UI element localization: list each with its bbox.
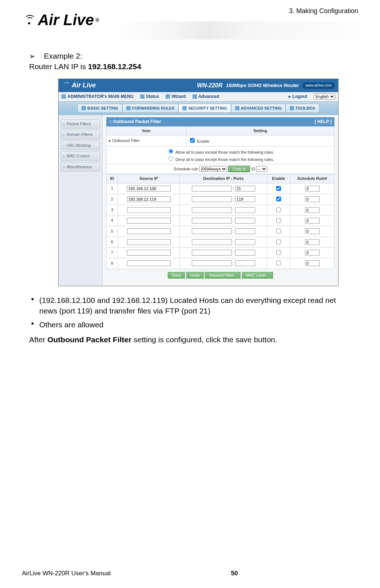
- dest-ip-input[interactable]: [192, 218, 232, 224]
- radio-deny[interactable]: [169, 156, 173, 161]
- outbound-filter-label: ▸ Outbound Filter: [107, 135, 186, 146]
- row-enable-checkbox[interactable]: [276, 208, 281, 212]
- menu-logout-label: Logout: [292, 94, 307, 100]
- row-id: 7: [107, 248, 118, 258]
- row-enable-checkbox[interactable]: [276, 197, 281, 201]
- tab-forwarding-rules[interactable]: FORWARDING RULES: [122, 104, 179, 113]
- menu-wizard-label: Wizard: [171, 94, 186, 100]
- router-brand-text: Air Live: [72, 81, 96, 90]
- table-row: 2 :: [107, 194, 335, 205]
- row-enable-checkbox[interactable]: [276, 261, 281, 265]
- radio-deny-label: Deny all to pass except those match the …: [175, 157, 274, 162]
- status-icon: [140, 94, 145, 99]
- row-id: 8: [107, 258, 118, 269]
- schedule-rule-input[interactable]: [305, 228, 320, 234]
- tab-security-label: SECURITY SETTING: [188, 106, 227, 111]
- source-ip-input[interactable]: [127, 196, 171, 202]
- sidebar-item-packet-filters[interactable]: Packet Filters: [61, 119, 100, 129]
- tab-toolbox[interactable]: TOOLBOX: [286, 104, 319, 113]
- router-logo: Air Live: [62, 81, 96, 90]
- menu-status-label: Status: [146, 94, 159, 100]
- dest-ip-input[interactable]: [192, 186, 232, 192]
- tab-security-setting[interactable]: SECURITY SETTING: [178, 104, 231, 113]
- dest-ip-input[interactable]: [192, 250, 232, 256]
- tab-advanced-setting[interactable]: ADVANCED SETTING: [231, 104, 286, 113]
- table-row: 7 :: [107, 248, 335, 258]
- sidebar-item-miscellaneous[interactable]: Miscellaneous: [61, 162, 100, 171]
- dest-port-input[interactable]: [235, 218, 255, 224]
- bullet-item: (192.168.12.100 and 192.168.12.119) Loca…: [29, 295, 351, 316]
- dest-ip-input[interactable]: [192, 239, 232, 245]
- schedule-rule-input[interactable]: [305, 196, 320, 202]
- row-id: 1: [107, 183, 118, 194]
- sidebar-item-mac-control[interactable]: MAC Control: [61, 151, 100, 161]
- tab-basic-setting[interactable]: BASIC SETTING: [78, 104, 122, 113]
- row-enable-checkbox[interactable]: [276, 186, 281, 191]
- row-enable-checkbox[interactable]: [276, 240, 281, 244]
- source-ip-input[interactable]: [127, 239, 171, 245]
- table-row: 5 :: [107, 226, 335, 237]
- schedule-rule-input[interactable]: [305, 239, 320, 245]
- menu-advanced[interactable]: Advanced: [193, 94, 219, 100]
- security-icon: [182, 106, 187, 110]
- enable-checkbox[interactable]: [190, 138, 195, 143]
- radio-allow[interactable]: [169, 149, 173, 154]
- source-ip-input[interactable]: [127, 218, 171, 224]
- after-text: After Outbound Packet Filter setting is …: [29, 334, 351, 345]
- inbound-filter-button[interactable]: Inbound Filter...: [205, 272, 241, 279]
- router-model: WN-220R: [197, 82, 222, 90]
- col-item: Item: [107, 126, 186, 135]
- dest-port-input[interactable]: [235, 228, 255, 234]
- footer-manual-name: AirLive WN-220R User's Manual: [22, 570, 111, 577]
- dest-ip-input[interactable]: [192, 260, 232, 266]
- dest-ip-input[interactable]: [192, 196, 232, 202]
- dest-port-input[interactable]: [235, 207, 255, 213]
- page-footer: AirLive WN-220R User's Manual 50: [22, 570, 358, 577]
- dest-ip-input[interactable]: [192, 207, 232, 213]
- dest-port-input[interactable]: [235, 260, 255, 266]
- menu-wizard[interactable]: Wizard: [166, 94, 186, 100]
- row-id: 2: [107, 194, 118, 205]
- source-ip-input[interactable]: [127, 250, 171, 256]
- sidebar-item-url-blocking[interactable]: URL Blocking: [61, 141, 100, 150]
- dest-ip-input[interactable]: [192, 228, 232, 234]
- menu-logout[interactable]: ▸ Logout: [289, 94, 307, 100]
- dest-port-input[interactable]: [235, 250, 255, 256]
- schedule-select[interactable]: (00)Always: [199, 166, 227, 172]
- save-button[interactable]: Save: [168, 272, 185, 279]
- row-enable-checkbox[interactable]: [276, 250, 281, 255]
- admin-menu-title: ADMINISTRATOR's MAIN MENU: [62, 94, 134, 100]
- schedule-rule-input[interactable]: [305, 207, 320, 213]
- source-ip-input[interactable]: [127, 186, 171, 192]
- row-enable-checkbox[interactable]: [276, 218, 281, 223]
- help-link[interactable]: [ HELP ]: [315, 119, 332, 125]
- row-id: 3: [107, 205, 118, 215]
- row-id: 4: [107, 215, 118, 226]
- undo-button[interactable]: Undo: [186, 272, 204, 279]
- schedule-rule-input[interactable]: [305, 260, 320, 266]
- language-select[interactable]: English: [314, 94, 335, 99]
- schedule-rule-input[interactable]: [305, 186, 320, 192]
- schedule-rule-input[interactable]: [305, 250, 320, 256]
- mac-level-button[interactable]: MAC Level...: [242, 272, 273, 279]
- sidebar-item-domain-filters[interactable]: Domain Filters: [61, 130, 100, 139]
- dest-port-input[interactable]: [235, 239, 255, 245]
- id-select[interactable]: --: [256, 166, 267, 172]
- col-setting: Setting: [186, 126, 335, 135]
- source-ip-input[interactable]: [127, 260, 171, 266]
- lan-ip-value: 192.168.12.254: [88, 62, 141, 71]
- dest-port-input[interactable]: [235, 196, 255, 202]
- row-enable-checkbox[interactable]: [276, 229, 281, 233]
- brand-logo-text: Air Live: [38, 11, 94, 29]
- after-text-prefix: After: [29, 335, 47, 344]
- schedule-rule-input[interactable]: [305, 218, 320, 224]
- source-ip-input[interactable]: [127, 207, 171, 213]
- dest-port-input[interactable]: [235, 186, 255, 192]
- forwarding-icon: [126, 106, 131, 110]
- menu-status[interactable]: Status: [140, 94, 159, 100]
- example-line: ➢ Example 2:: [29, 51, 351, 61]
- security-sidebar: Packet Filters Domain Filters URL Blocki…: [59, 115, 103, 286]
- example-label: Example 2:: [44, 52, 82, 60]
- source-ip-input[interactable]: [127, 228, 171, 234]
- copy-to-button[interactable]: Copy to: [228, 166, 250, 172]
